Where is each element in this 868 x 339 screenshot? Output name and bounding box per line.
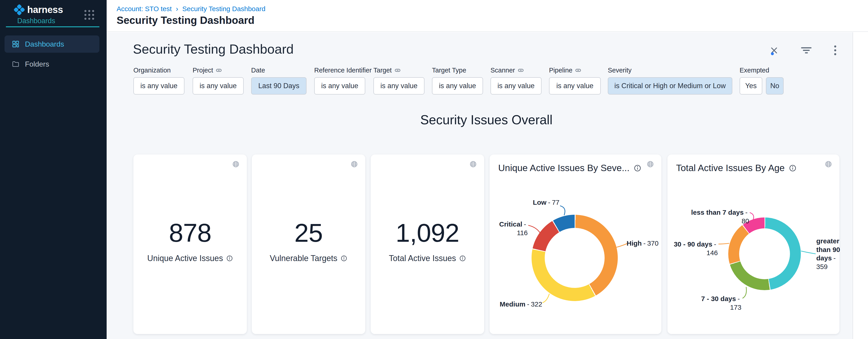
severity-donut-chart[interactable]	[532, 215, 618, 301]
dashboard-main: Security Testing Dashboard Organization …	[106, 32, 868, 339]
sidebar-item-label: Folders	[25, 60, 49, 68]
filter-label: Organization	[133, 66, 170, 74]
filter-severity-value[interactable]: is Critical or High or Medium or Low	[608, 77, 732, 94]
filter-target-type-value[interactable]: is any value	[432, 77, 483, 94]
info-icon[interactable]	[341, 255, 347, 262]
brand-name: harness	[27, 4, 63, 15]
filter-label: Target	[373, 66, 392, 74]
filter-label: Severity	[608, 66, 631, 74]
section-title: Security Issues Overall	[133, 112, 839, 127]
filter-exempted-yes[interactable]: Yes	[740, 77, 762, 94]
stat-label: Total Active Issues	[389, 254, 456, 263]
info-icon[interactable]	[226, 255, 233, 262]
donut-label-7-30-days: 7 - 30 days-173	[690, 294, 741, 311]
globe-icon	[647, 161, 654, 168]
donut-label-greater-than-90-days: greater than 90 days-359	[816, 237, 841, 271]
filter-date: Date Last 90 Days	[251, 66, 307, 94]
stat-label: Unique Active Issues	[147, 254, 223, 263]
filter-label: Project	[193, 66, 213, 74]
dashboard-actions	[770, 46, 836, 55]
filter-scanner-value[interactable]: is any value	[491, 77, 541, 94]
filter-scanner: Scanner is any value	[491, 66, 541, 94]
sidebar-nav: Dashboards Folders	[4, 35, 99, 76]
filter-organization-value[interactable]: is any value	[133, 77, 184, 94]
link-icon	[518, 67, 524, 74]
page-title: Security Testing Dashboard	[117, 14, 254, 26]
stat-value: 878	[169, 220, 211, 246]
donut-label-medium: Medium-322	[499, 300, 542, 309]
age-donut-chart[interactable]	[728, 218, 801, 290]
chevron-right-icon: ›	[176, 4, 178, 13]
harness-logo	[13, 4, 25, 16]
brand-underline	[6, 26, 99, 27]
donut-label-30-90-days: 30 - 90 days-146	[669, 240, 718, 257]
filter-label: Scanner	[491, 66, 515, 74]
info-icon[interactable]	[789, 164, 797, 172]
donut-label-less-than-7-days: less than 7 days-80	[690, 208, 749, 225]
stat-value: 1,092	[396, 220, 459, 246]
filter-label: Reference Identifier	[314, 66, 372, 74]
donut-label-critical: Critical-116	[492, 220, 528, 237]
top-header: Account: STO test › Security Testing Das…	[106, 0, 868, 32]
info-icon[interactable]	[459, 255, 466, 262]
stat-card-unique-active-issues: 878 Unique Active Issues	[133, 154, 247, 334]
filter-target-type: Target Type is any value	[432, 66, 483, 94]
folder-icon	[12, 60, 20, 68]
stat-label: Vulnerable Targets	[270, 254, 337, 263]
filter-exempted-no[interactable]: No	[766, 77, 784, 94]
filter-icon[interactable]	[801, 47, 811, 53]
brand: harness Dashboards	[13, 4, 63, 25]
kebab-menu-icon[interactable]	[834, 46, 836, 55]
app-launcher-icon[interactable]	[84, 10, 94, 20]
link-icon	[575, 67, 581, 74]
dashboard-title: Security Testing Dashboard	[133, 41, 293, 57]
vertical-scrollbar[interactable]	[852, 32, 868, 339]
filter-date-value[interactable]: Last 90 Days	[251, 77, 307, 94]
sidebar: harness Dashboards Dashboards	[0, 0, 106, 339]
filter-target: Target is any value	[373, 66, 425, 94]
filter-exempted: Exempted Yes No	[740, 66, 784, 94]
chart-title: Unique Active Issues By Seve...	[498, 163, 629, 173]
stat-card-total-active-issues: 1,092 Total Active Issues	[371, 154, 484, 334]
filter-project-value[interactable]: is any value	[193, 77, 244, 94]
chart-title: Total Active Issues By Age	[676, 163, 785, 173]
link-icon	[395, 67, 401, 74]
sidebar-item-folders[interactable]: Folders	[4, 55, 99, 73]
info-icon[interactable]	[633, 164, 641, 172]
sidebar-item-dashboards[interactable]: Dashboards	[4, 35, 99, 53]
dashboards-icon	[12, 40, 20, 48]
chart-card-issues-by-severity: Unique Active Issues By Seve... Low-77 C…	[490, 154, 661, 334]
brand-product: Dashboards	[17, 17, 63, 25]
filter-severity: Severity is Critical or High or Medium o…	[608, 66, 732, 94]
filter-project: Project is any value	[193, 66, 244, 94]
breadcrumb: Account: STO test › Security Testing Das…	[117, 4, 266, 13]
filter-pipeline-value[interactable]: is any value	[549, 77, 601, 94]
filter-label: Exempted	[740, 66, 769, 74]
filter-target-value[interactable]: is any value	[373, 77, 425, 94]
filter-label: Date	[251, 66, 265, 74]
link-icon	[216, 67, 222, 74]
stat-value: 25	[294, 220, 323, 246]
chart-card-issues-by-age: Total Active Issues By Age less than 7 d…	[668, 154, 839, 334]
filter-label: Pipeline	[549, 66, 572, 74]
filter-reference-identifier: Reference Identifier is any value	[314, 66, 372, 94]
breadcrumb-account-link[interactable]: Account: STO test	[117, 5, 172, 13]
filter-pipeline: Pipeline is any value	[549, 66, 601, 94]
stat-card-vulnerable-targets: 25 Vulnerable Targets	[252, 154, 365, 334]
globe-icon	[825, 161, 832, 168]
cursor-dot	[771, 52, 774, 55]
filter-reference-identifier-value[interactable]: is any value	[314, 77, 365, 94]
breadcrumb-page-link[interactable]: Security Testing Dashboard	[182, 5, 266, 13]
sidebar-item-label: Dashboards	[25, 40, 64, 48]
donut-label-low: Low-77	[521, 198, 559, 207]
filter-label: Target Type	[432, 66, 466, 74]
filter-organization: Organization is any value	[133, 66, 184, 94]
